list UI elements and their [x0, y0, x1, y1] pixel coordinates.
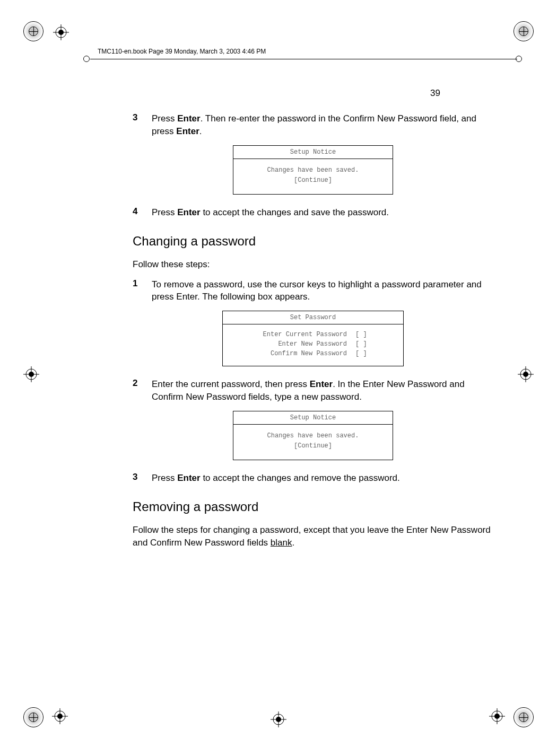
page-number: 39 — [430, 88, 440, 99]
step-4: 4 Press Enter to accept the changes and … — [133, 206, 493, 219]
dialog-value: [ ] — [355, 350, 398, 357]
text-span: Enter the current password, then press — [152, 379, 310, 389]
registration-mark-icon — [23, 366, 39, 382]
text-span: . — [292, 538, 294, 548]
change-step-1: 1 To remove a password, use the cursor k… — [133, 278, 493, 304]
dialog-label: Confirm New Password — [228, 350, 355, 357]
paragraph: Follow these steps: — [133, 258, 493, 271]
registration-mark-icon — [489, 708, 505, 724]
step-number: 3 — [133, 472, 152, 485]
text-span: . — [199, 126, 202, 136]
step-number: 2 — [133, 378, 152, 403]
text-span: Follow the steps for changing a password… — [133, 525, 491, 548]
registration-mark-icon — [53, 24, 69, 40]
step-text: Enter the current password, then press E… — [152, 378, 493, 403]
printers-mark-icon — [23, 21, 43, 41]
paragraph: Follow the steps for changing a password… — [133, 524, 493, 549]
change-step-3: 3 Press Enter to accept the changes and … — [133, 472, 493, 485]
text-span: Press — [152, 207, 177, 217]
step-text: Press Enter to accept the changes and sa… — [152, 206, 389, 219]
printers-mark-icon — [23, 707, 43, 727]
dialog-title: Set Password — [223, 311, 403, 324]
dialog-title: Setup Notice — [233, 411, 393, 425]
bold-enter: Enter — [176, 126, 199, 136]
dialog-row: Enter New Password [ ] — [223, 339, 403, 349]
page-container: TMC110-en.book Page 39 Monday, March 3, … — [27, 19, 530, 729]
bold-enter: Enter — [177, 113, 200, 124]
bold-enter: Enter — [177, 207, 200, 217]
dialog-label: Enter New Password — [228, 340, 355, 348]
bold-enter: Enter — [310, 379, 333, 389]
set-password-dialog: Set Password Enter Current Password [ ] … — [222, 311, 404, 366]
registration-mark-icon — [518, 366, 534, 382]
step-3-top: 3 Press Enter. Then re-enter the passwor… — [133, 112, 493, 138]
text-span: to accept the changes and save the passw… — [201, 207, 389, 217]
printers-mark-icon — [514, 707, 534, 727]
step-text: Press Enter. Then re-enter the password … — [152, 112, 493, 138]
dialog-label: Enter Current Password — [228, 331, 355, 338]
heading-changing-password: Changing a password — [133, 234, 493, 249]
bold-enter: Enter — [177, 473, 200, 483]
dialog-line: [Continue] — [238, 441, 388, 451]
dialog-line: Changes have been saved. — [238, 431, 388, 441]
underline-blank: blank — [271, 538, 292, 548]
dialog-body: Changes have been saved. [Continue] — [233, 425, 393, 460]
step-text: Press Enter to accept the changes and re… — [152, 472, 400, 485]
registration-mark-icon — [271, 711, 286, 727]
dialog-value: [ ] — [355, 340, 398, 348]
dialog-row: Enter Current Password [ ] — [223, 330, 403, 339]
dialog-row: Confirm New Password [ ] — [223, 349, 403, 358]
step-number: 4 — [133, 206, 152, 219]
step-text: To remove a password, use the cursor key… — [152, 278, 493, 304]
header-rule-cap-icon — [516, 56, 522, 62]
text-span: to accept the changes and remove the pas… — [201, 473, 400, 483]
page-content: 3 Press Enter. Then re-enter the passwor… — [133, 112, 493, 557]
text-span: Press — [152, 113, 177, 124]
change-step-2: 2 Enter the current password, then press… — [133, 378, 493, 403]
text-span: Press — [152, 473, 177, 483]
dialog-line: [Continue] — [238, 175, 388, 186]
dialog-body: Changes have been saved. [Continue] — [233, 159, 393, 194]
dialog-value: [ ] — [355, 331, 398, 338]
dialog-line: Changes have been saved. — [238, 165, 388, 175]
dialog-title: Setup Notice — [233, 146, 393, 159]
heading-removing-password: Removing a password — [133, 499, 493, 514]
setup-notice-dialog-2: Setup Notice Changes have been saved. [C… — [233, 411, 393, 460]
header-rule-cap-icon — [83, 56, 90, 62]
step-number: 1 — [133, 278, 152, 304]
running-header: TMC110-en.book Page 39 Monday, March 3, … — [98, 48, 266, 55]
registration-mark-icon — [52, 708, 68, 724]
step-number: 3 — [133, 112, 152, 138]
header-rule — [90, 59, 517, 59]
setup-notice-dialog: Setup Notice Changes have been saved. [C… — [233, 145, 393, 195]
printers-mark-icon — [514, 21, 534, 41]
